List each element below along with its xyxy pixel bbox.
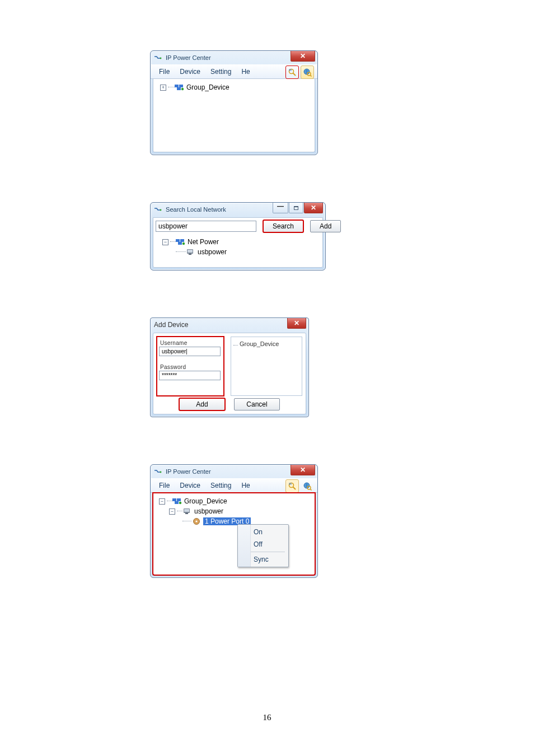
svg-rect-22: [289, 483, 292, 485]
context-menu: On Off Sync: [237, 524, 289, 567]
svg-point-29: [179, 502, 181, 504]
tree-root-label: Group_Device: [186, 83, 229, 91]
menu-help-truncated[interactable]: He: [236, 68, 255, 76]
ip-power-center-window-2: IP Power Center ✕ File Device Setting He: [150, 464, 318, 578]
svg-rect-26: [172, 498, 176, 501]
client-area: − Group_Device − usbp: [153, 493, 315, 575]
group-icon: [176, 238, 186, 246]
device-tree[interactable]: − Group_Device − usbp: [157, 496, 311, 526]
svg-rect-17: [188, 250, 193, 253]
svg-point-15: [182, 242, 185, 245]
toolbar-globe-search-icon[interactable]: [301, 479, 314, 493]
page-number: 16: [0, 713, 534, 722]
tree-root-label: Net Power: [188, 238, 219, 246]
toolbar-search-icon[interactable]: [285, 66, 299, 79]
add-button[interactable]: Add: [179, 398, 225, 410]
app-icon: [154, 207, 162, 213]
cancel-button[interactable]: Cancel: [234, 398, 280, 410]
tree-child-row[interactable]: − usbpower: [157, 506, 311, 516]
svg-rect-27: [177, 498, 181, 501]
svg-point-0: [160, 58, 162, 59]
svg-point-34: [195, 520, 197, 522]
menu-help-truncated[interactable]: He: [236, 482, 255, 489]
client-area: Username usbpower| Password ******* Grou…: [153, 333, 306, 414]
search-local-network-window: Search Local Network — ✕ usbpower Search…: [150, 202, 326, 270]
toolbar-globe-search-icon[interactable]: [301, 66, 314, 79]
svg-rect-3: [289, 69, 292, 71]
menu-file[interactable]: File: [154, 68, 175, 76]
app-icon: [154, 469, 162, 475]
svg-rect-13: [180, 239, 184, 242]
svg-point-11: [160, 209, 162, 211]
collapse-icon[interactable]: −: [159, 498, 165, 505]
username-label: Username: [160, 340, 222, 346]
titlebar[interactable]: Add Device ✕: [151, 318, 308, 332]
tree-root-row[interactable]: − Group_Device: [157, 496, 311, 506]
group-icon: [175, 83, 185, 91]
window-title: IP Power Center: [166, 468, 211, 475]
client-area: + Group_Device: [153, 79, 315, 152]
client-area: usbpower Search Add − Net Power: [153, 217, 323, 268]
svg-line-2: [293, 73, 296, 76]
tree-root-row[interactable]: − Net Power: [157, 237, 319, 247]
tree-child-label: usbpower: [198, 248, 227, 256]
close-button[interactable]: ✕: [291, 51, 315, 62]
window-title: Add Device: [154, 321, 188, 329]
tree-child-row[interactable]: usbpower: [157, 247, 319, 257]
svg-line-6: [310, 75, 312, 77]
svg-rect-18: [189, 254, 191, 255]
menu-setting[interactable]: Setting: [205, 68, 236, 76]
context-menu-off[interactable]: Off: [239, 538, 287, 550]
menubar: File Device Setting He: [151, 478, 317, 493]
group-icon: [172, 497, 182, 505]
pc-icon: [182, 507, 193, 515]
device-tree[interactable]: + Group_Device: [157, 82, 311, 92]
svg-rect-32: [185, 513, 188, 514]
port-icon: [191, 517, 202, 525]
menu-setting[interactable]: Setting: [205, 482, 236, 489]
search-button[interactable]: Search: [263, 220, 303, 232]
target-tree[interactable]: Group_Device: [231, 337, 302, 396]
password-label: Password: [160, 364, 222, 370]
target-tree-label: Group_Device: [240, 340, 279, 347]
tree-root-label: Group_Device: [184, 497, 227, 505]
add-device-window: Add Device ✕ Username usbpower| Password…: [150, 318, 309, 417]
svg-rect-28: [175, 501, 179, 504]
results-tree[interactable]: − Net Power usbpower: [153, 237, 322, 262]
app-icon: [154, 55, 162, 61]
close-button[interactable]: ✕: [291, 465, 315, 475]
titlebar[interactable]: Search Local Network — ✕: [151, 203, 325, 216]
maximize-button[interactable]: [289, 203, 303, 213]
collapse-icon[interactable]: −: [169, 508, 175, 515]
ip-power-center-window-1: IP Power Center ✕ File Device Setting He: [150, 50, 318, 155]
toolbar-search-icon[interactable]: [285, 479, 299, 493]
close-button[interactable]: ✕: [287, 318, 306, 329]
search-input[interactable]: usbpower: [156, 221, 256, 232]
svg-point-19: [160, 472, 162, 473]
titlebar[interactable]: IP Power Center ✕: [151, 51, 317, 64]
expand-icon[interactable]: +: [160, 85, 166, 91]
tree-child-label: usbpower: [194, 507, 223, 515]
context-menu-on[interactable]: On: [239, 526, 287, 538]
context-menu-sync[interactable]: Sync: [239, 553, 287, 566]
add-button[interactable]: Add: [310, 220, 341, 232]
username-input[interactable]: usbpower|: [159, 347, 221, 356]
tree-root-row[interactable]: + Group_Device: [157, 82, 311, 92]
titlebar[interactable]: IP Power Center ✕: [151, 465, 317, 478]
window-title: IP Power Center: [166, 54, 211, 61]
collapse-icon[interactable]: −: [162, 239, 168, 245]
menu-file[interactable]: File: [154, 482, 175, 489]
window-title: Search Local Network: [166, 206, 226, 213]
svg-rect-12: [176, 239, 180, 242]
svg-rect-14: [178, 242, 182, 245]
svg-rect-8: [179, 85, 183, 87]
svg-line-25: [310, 489, 312, 491]
svg-point-10: [181, 88, 184, 90]
svg-rect-7: [175, 85, 179, 87]
svg-line-21: [293, 487, 296, 490]
close-button[interactable]: ✕: [304, 203, 323, 213]
menu-device[interactable]: Device: [175, 482, 205, 489]
menu-device[interactable]: Device: [175, 68, 205, 76]
minimize-button[interactable]: —: [273, 203, 288, 213]
password-input[interactable]: *******: [159, 371, 221, 380]
